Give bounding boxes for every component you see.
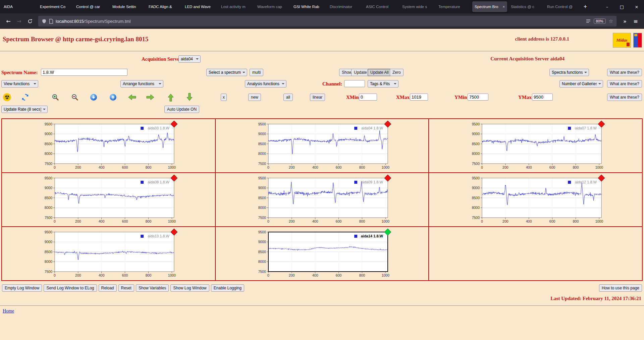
update-all-button[interactable]: Update All — [368, 69, 391, 76]
ymax-input[interactable] — [532, 94, 553, 101]
new-button[interactable]: new — [248, 94, 261, 101]
log-button-enable-logging[interactable]: Enable Logging — [211, 284, 244, 292]
update-rate-select[interactable]: Update Rate (8 secs) — [1, 106, 48, 113]
browser-tab[interactable]: Statistics @ c — [508, 1, 543, 12]
how-to-use-button[interactable]: How to use this page — [599, 284, 642, 292]
browser-tab[interactable]: Experiment Co — [38, 1, 72, 12]
page-title: Spectrum Browser @ http carme-gsi.cryrin… — [3, 33, 148, 43]
x-button[interactable]: x — [221, 94, 227, 101]
select-a-spectrum[interactable]: Select a spectrum — [206, 69, 247, 76]
new-tab-button[interactable]: + — [580, 2, 590, 12]
browser-tab[interactable]: Control @ car — [74, 1, 109, 12]
what-are-these-button-2[interactable]: What are these? — [607, 80, 642, 88]
y-scale-up-icon[interactable] — [109, 93, 117, 102]
maximize-button[interactable]: □ — [614, 0, 629, 13]
svg-text:aida12 1.8.W: aida12 1.8.W — [575, 180, 597, 184]
window-close-button[interactable]: × — [629, 0, 644, 13]
url-bar[interactable]: localhost:8015/Spectrum/Spectrum.tml 80%… — [38, 16, 616, 26]
home-link[interactable]: Home — [3, 308, 14, 314]
xmax-input[interactable] — [410, 94, 428, 101]
log-button-show-log-window[interactable]: Show Log Window — [170, 284, 209, 292]
pan-down-icon[interactable] — [185, 93, 194, 102]
toolbar-overflow-icon[interactable]: » — [620, 16, 630, 26]
arrange-functions-select[interactable]: Arrange functions — [120, 80, 163, 88]
browser-tab[interactable]: Run Control @ — [545, 1, 580, 12]
pan-left-icon[interactable] — [127, 93, 136, 102]
tab-strip: AIDAExperiment CoControl @ carModule Set… — [0, 0, 580, 13]
all-button[interactable]: all — [283, 94, 293, 101]
gallery-cell-aida13[interactable]: 7500800085009000950002004006008001000aid… — [2, 227, 215, 281]
hamburger-menu-icon[interactable]: ≡ — [631, 16, 641, 26]
browser-tab[interactable]: ASIC Control — [364, 1, 398, 12]
browser-tab[interactable]: LED and Wave — [182, 1, 217, 12]
gallery-cell-aida07[interactable]: 7500800085009000950002004006008001000aid… — [429, 119, 642, 173]
back-button[interactable]: ← — [3, 16, 13, 26]
ymin-input[interactable] — [468, 94, 488, 101]
reload-button[interactable] — [25, 16, 35, 26]
browser-tab[interactable]: Discriminator — [327, 1, 362, 12]
view-functions-select[interactable]: View functions — [1, 80, 38, 88]
y-scale-down-icon[interactable] — [89, 93, 98, 102]
browser-tab[interactable]: Temperature — [436, 1, 471, 12]
multi-button[interactable]: multi — [250, 69, 263, 76]
browser-tab[interactable]: Spectrum Bro× — [472, 1, 507, 12]
forward-button[interactable]: → — [14, 16, 24, 26]
tracking-protection-shield-icon[interactable] — [42, 19, 47, 24]
xmin-input[interactable] — [359, 94, 377, 101]
gallery-cell-aida04[interactable]: 7500800085009000950002004006008001000aid… — [215, 119, 429, 173]
browser-tab[interactable]: Module Settin — [110, 1, 145, 12]
spectra-functions-select[interactable]: Spectra functions — [549, 69, 589, 76]
spectrum-browser-page: Spectrum Browser @ http carme-gsi.cryrin… — [0, 29, 644, 314]
zoom-in-icon[interactable] — [51, 93, 60, 102]
pan-up-icon[interactable] — [166, 93, 175, 102]
minimize-button[interactable]: – — [600, 0, 614, 13]
radiation-icon[interactable]: ☢ — [3, 93, 11, 102]
log-button-reload[interactable]: Reload — [99, 284, 117, 292]
gallery-cell-aida08[interactable]: 7500800085009000950002004006008001000aid… — [2, 173, 215, 227]
svg-text:800: 800 — [146, 219, 152, 223]
log-button-reset[interactable]: Reset — [118, 284, 134, 292]
zero-button[interactable]: Zero — [390, 69, 404, 76]
svg-text:aida08 1.8.W: aida08 1.8.W — [148, 180, 170, 184]
zoom-level-badge[interactable]: 80% — [594, 18, 606, 24]
log-button-empty-log-window[interactable]: Empty Log Window — [2, 284, 42, 292]
gallery-cell-aida14[interactable]: 7500800085009000950002004006008001000aid… — [215, 227, 429, 281]
auto-update-button[interactable]: Auto Update ON — [164, 106, 199, 113]
reader-mode-icon[interactable] — [586, 19, 591, 23]
browser-tab[interactable]: System wide s — [400, 1, 435, 12]
svg-text:200: 200 — [75, 219, 81, 223]
zoom-out-icon[interactable] — [70, 93, 79, 102]
refresh-icon[interactable] — [21, 93, 30, 102]
bookmark-star-icon[interactable]: ☆ — [609, 18, 613, 24]
svg-text:9500: 9500 — [258, 122, 266, 126]
number-of-galleries-select[interactable]: Number of Galleries — [559, 80, 603, 88]
browser-tab[interactable]: FADC Align & — [146, 1, 181, 12]
log-button-send-log-window-to-elog[interactable]: Send Log Window to ELog — [44, 284, 97, 292]
what-are-these-button-1[interactable]: What are these? — [607, 69, 642, 76]
log-button-show-variables[interactable]: Show Variables — [136, 284, 169, 292]
analysis-functions-select[interactable]: Analysis functions — [245, 80, 286, 88]
spectrum-plot: 7500800085009000950002004006008001000aid… — [39, 229, 178, 279]
gallery-cell-aida03[interactable]: 7500800085009000950002004006008001000aid… — [2, 119, 215, 173]
channel-input[interactable] — [344, 80, 365, 87]
page-info-icon[interactable] — [49, 19, 53, 24]
browser-tab[interactable]: AIDA — [1, 1, 36, 12]
what-are-these-button-3[interactable]: What are these? — [607, 94, 642, 101]
tab-close-icon[interactable]: × — [503, 5, 505, 9]
gallery-cell-aida09[interactable]: 7500800085009000950002004006008001000aid… — [215, 173, 429, 227]
browser-tab[interactable]: Lost activity m — [219, 1, 254, 12]
spectrum-plot: 7500800085009000950002004006008001000aid… — [252, 229, 392, 279]
browser-tab[interactable]: Waveform cap — [255, 1, 290, 12]
acquisition-server-select[interactable]: aida04 — [178, 55, 201, 63]
spectrum-plot: 7500800085009000950002004006008001000aid… — [252, 175, 392, 225]
svg-text:400: 400 — [312, 273, 318, 277]
svg-text:200: 200 — [289, 219, 295, 223]
update-button[interactable]: Update — [351, 69, 370, 76]
spectrum-name-input[interactable] — [41, 69, 127, 76]
gallery-cell-aida12[interactable]: 7500800085009000950002004006008001000aid… — [429, 173, 642, 227]
pan-right-icon[interactable] — [146, 93, 155, 102]
linear-button[interactable]: linear — [310, 94, 325, 101]
svg-text:9500: 9500 — [45, 176, 53, 180]
tags-fits-select[interactable]: Tags & Fits — [368, 80, 398, 88]
browser-tab[interactable]: GSI White Rab — [291, 1, 326, 12]
